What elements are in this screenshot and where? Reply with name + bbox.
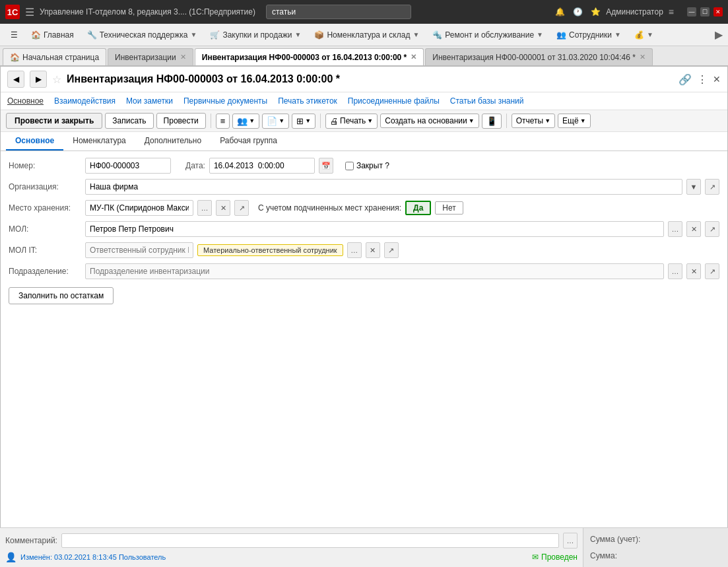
tab-inventory-1-close[interactable]: ✕: [411, 53, 416, 61]
mol-it-search-button[interactable]: …: [347, 242, 362, 258]
menu-more-icon[interactable]: ▶: [715, 28, 723, 41]
subdivision-open-button[interactable]: ↗: [705, 263, 719, 279]
settings-icon[interactable]: ≡: [669, 7, 674, 17]
chevron-down-icon: ▼: [537, 31, 543, 38]
number-input[interactable]: [85, 158, 171, 174]
mol-input[interactable]: [85, 221, 664, 237]
comment-input[interactable]: [61, 533, 559, 548]
link-print-labels[interactable]: Печать этикеток: [278, 96, 337, 106]
form-row-storage: Место хранения: … ✕ ↗ С учетом подчиненн…: [9, 200, 719, 216]
mol-open-button[interactable]: ↗: [705, 221, 719, 237]
notification-icon[interactable]: 🔔: [555, 7, 565, 17]
menu-repair[interactable]: 🔩 Ремонт и обслуживание ▼: [427, 28, 548, 42]
more-button[interactable]: Ещё ▼: [558, 114, 590, 128]
calendar-button[interactable]: 📅: [319, 158, 333, 174]
link-kb-articles[interactable]: Статьи базы знаний: [450, 96, 524, 106]
link-basic[interactable]: Основное: [7, 96, 44, 106]
link-primary-docs[interactable]: Первичные документы: [183, 96, 267, 106]
repair-icon: 🔩: [432, 30, 442, 40]
mol-it-tooltip: Материально-ответственный сотрудник: [197, 244, 343, 256]
close-button[interactable]: ✕: [713, 7, 723, 17]
link-interactions[interactable]: Взаимодействия: [54, 96, 116, 106]
mol-clear-button[interactable]: ✕: [686, 221, 701, 237]
mol-it-clear-button[interactable]: ✕: [366, 242, 380, 258]
chevron-down-icon: ▼: [295, 31, 302, 38]
tab-inventories-close[interactable]: ✕: [180, 53, 186, 61]
tab-home[interactable]: 🏠 Начальная страница: [3, 48, 106, 65]
history-icon[interactable]: 🕐: [573, 7, 583, 17]
save-button[interactable]: Записать: [105, 113, 153, 129]
hamburger-icon[interactable]: ☰: [25, 6, 34, 18]
storage-input[interactable]: [85, 200, 193, 216]
subdivision-input[interactable]: [85, 263, 664, 279]
more-icon[interactable]: ⋮: [697, 73, 708, 86]
menu-finance[interactable]: 💰 ▼: [629, 28, 659, 42]
menu-home[interactable]: 🏠 Главная: [26, 28, 79, 42]
tab-inventories[interactable]: Инвентаризации ✕: [108, 48, 193, 65]
hamburger-icon: ☰: [11, 30, 18, 40]
tab-inventory-2-close[interactable]: ✕: [640, 53, 645, 61]
doc-button[interactable]: 📄 ▼: [262, 114, 289, 129]
post-button[interactable]: Провести: [156, 113, 206, 129]
minimize-button[interactable]: —: [687, 7, 696, 17]
chevron-down-icon: ▼: [191, 31, 197, 38]
list-button[interactable]: ≡: [216, 114, 230, 129]
mol-it-open-button[interactable]: ↗: [384, 242, 399, 258]
finance-icon: 💰: [634, 30, 644, 40]
menu-hamburger[interactable]: ☰: [5, 28, 23, 42]
print-label: Печать: [340, 116, 366, 125]
org-open-button[interactable]: ↗: [705, 179, 719, 195]
mobile-button[interactable]: 📱: [482, 114, 502, 129]
changed-link[interactable]: Изменён: 03.02.2021 8:13:45 Пользователь: [20, 553, 166, 561]
menu-nomenclature[interactable]: 📦 Номенклатура и склад ▼: [309, 28, 424, 42]
menu-employees[interactable]: 👥 Сотрудники ▼: [551, 28, 626, 42]
link-attached-files[interactable]: Присоединенные файлы: [348, 96, 440, 106]
ctab-additional[interactable]: Дополнительно: [135, 132, 211, 150]
favorite-icon[interactable]: ☆: [52, 73, 61, 86]
storage-search-button[interactable]: …: [197, 200, 212, 216]
ctab-nomenclature[interactable]: Номенклатура: [63, 132, 135, 150]
subdivision-search-button[interactable]: …: [668, 263, 682, 279]
user-group-button[interactable]: 👥 ▼: [232, 114, 259, 129]
star-icon[interactable]: ⭐: [591, 7, 601, 17]
print-button[interactable]: 🖨 Печать ▼: [325, 114, 378, 129]
menu-support[interactable]: 🔧 Техническая поддержка ▼: [82, 28, 203, 42]
no-button[interactable]: Нет: [435, 201, 463, 215]
ctab-basic[interactable]: Основное: [6, 132, 63, 150]
tab-inventory-1[interactable]: Инвентаризация НФ00-000003 от 16.04.2013…: [195, 48, 424, 65]
status-icon: ✉: [532, 552, 539, 562]
reports-button[interactable]: Отчеты ▼: [512, 114, 555, 128]
maximize-button[interactable]: ☐: [700, 7, 710, 17]
app-name: Управление IT-отделом 8, редакция 3.... …: [40, 7, 255, 17]
comment-search-button[interactable]: …: [563, 533, 578, 549]
link-icon[interactable]: 🔗: [678, 73, 692, 86]
toolbar-separator: [211, 114, 211, 128]
number-label: Номер:: [9, 161, 81, 170]
tab-inventory-2[interactable]: Инвентаризация НФ00-000001 от 31.03.2020…: [425, 48, 653, 65]
table-button[interactable]: ⊞ ▼: [292, 114, 315, 129]
close-doc-icon[interactable]: ✕: [713, 74, 721, 84]
document-title: Инвентаризация НФ00-000003 от 16.04.2013…: [67, 73, 673, 85]
global-search-input[interactable]: [266, 5, 411, 19]
org-input[interactable]: [85, 179, 682, 195]
fill-button[interactable]: Заполнить по остаткам: [9, 287, 114, 304]
mol-it-input[interactable]: [85, 242, 193, 258]
subdivision-clear-button[interactable]: ✕: [686, 263, 701, 279]
subordinate-label: С учетом подчиненных мест хранения:: [258, 203, 401, 213]
link-notes[interactable]: Мои заметки: [126, 96, 173, 106]
date-input[interactable]: [209, 158, 315, 174]
mol-search-button[interactable]: …: [668, 221, 682, 237]
yes-button[interactable]: Да: [405, 201, 431, 215]
org-select-button[interactable]: ▼: [686, 179, 701, 195]
closed-checkbox[interactable]: [345, 162, 354, 170]
storage-open-button[interactable]: ↗: [234, 200, 249, 216]
post-and-close-button[interactable]: Провести и закрыть: [6, 113, 102, 129]
doc-header-icons: 🔗 ⋮ ✕: [678, 73, 721, 86]
forward-button[interactable]: ▶: [30, 71, 47, 88]
create-based-button[interactable]: Создать на основании ▼: [380, 114, 479, 128]
menu-purchases[interactable]: 🛒 Закупки и продажи ▼: [205, 28, 306, 42]
back-button[interactable]: ◀: [7, 71, 24, 88]
ctab-workgroup[interactable]: Рабочая группа: [211, 132, 286, 150]
reports-label: Отчеты: [516, 116, 543, 125]
storage-clear-button[interactable]: ✕: [216, 200, 230, 216]
